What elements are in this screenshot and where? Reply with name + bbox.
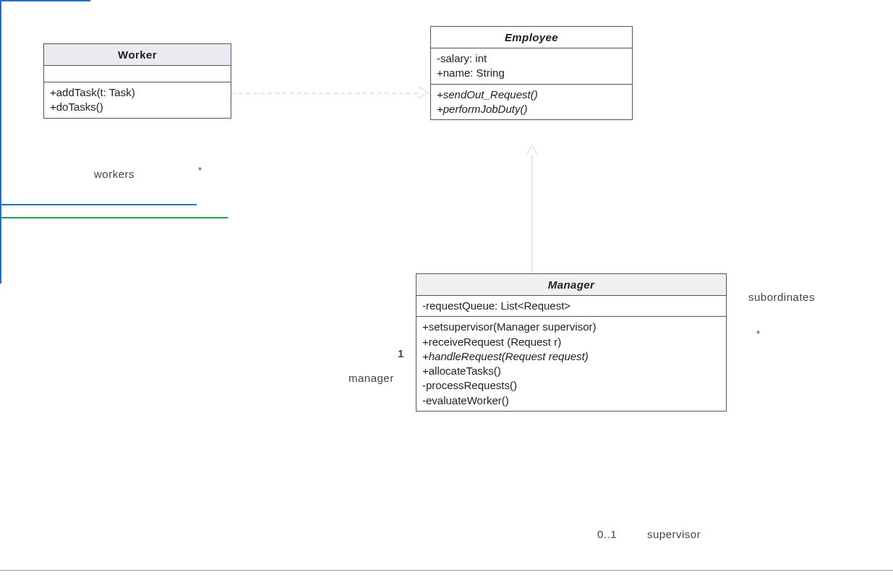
attr-row: +name: String [437,66,626,80]
method-row: -evaluateWorker() [422,393,720,408]
attr-row: -salary: int [437,51,626,66]
attr-row: -requestQueue: List<Request> [422,299,720,313]
class-manager-title: Manager [416,274,726,296]
method-row: +allocateTasks() [422,364,720,378]
method-row: +handleRequest(Request request) [422,349,720,364]
label-subordinates: subordinates [748,291,815,303]
method-row: -processRequests() [422,378,720,393]
class-employee-title: Employee [431,27,632,48]
class-manager-methods: +setsupervisor(Manager supervisor) +rece… [416,317,726,411]
class-manager[interactable]: Manager -requestQueue: List<Request> +se… [416,273,727,412]
class-employee-attrs: -salary: int +name: String [431,48,632,85]
class-manager-attrs: -requestQueue: List<Request> [416,296,726,317]
method-row: +setsupervisor(Manager supervisor) [422,320,720,334]
method-row: +receiveRequest (Request r) [422,335,720,349]
label-manager-mult: 1 [398,347,404,359]
class-employee[interactable]: Employee -salary: int +name: String +sen… [430,26,633,120]
label-subordinates-mult: * [756,328,761,339]
label-supervisor-mult: 0..1 [597,528,617,540]
bottom-rule [0,570,893,571]
method-row: +performJobDuty() [437,102,626,116]
label-workers-mult: * [198,165,202,176]
class-employee-methods: +sendOut_Request() +performJobDuty() [431,85,632,120]
assoc-manager-self [0,0,197,284]
label-supervisor: supervisor [647,528,701,540]
method-row: +sendOut_Request() [437,88,626,102]
label-manager: manager [349,372,394,384]
